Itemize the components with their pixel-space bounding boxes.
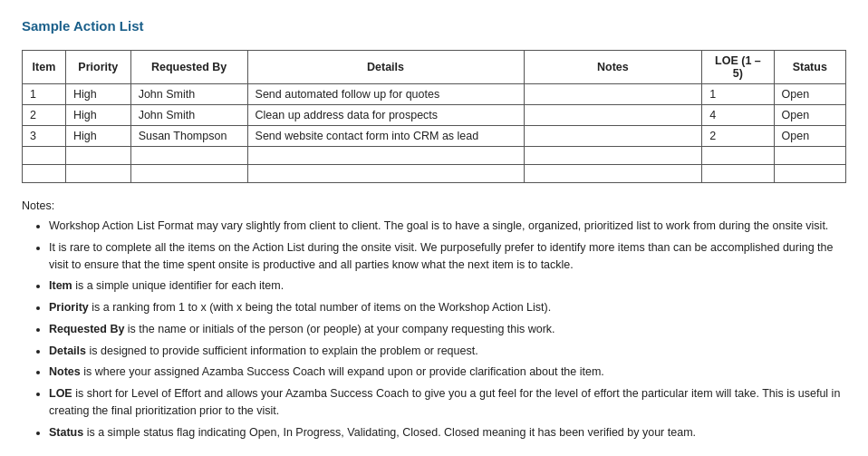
cell-details: Send website contact form into CRM as le… <box>247 126 524 147</box>
note-item: It is rare to complete all the items on … <box>49 239 846 274</box>
notes-section: Notes: Workshop Action List Format may v… <box>22 199 846 441</box>
cell-item <box>23 147 66 165</box>
table-row: 3HighSusan ThompsonSend website contact … <box>23 126 846 147</box>
col-notes: Notes <box>524 51 702 84</box>
cell-item: 3 <box>23 126 66 147</box>
cell-loe <box>702 165 774 183</box>
cell-status: Open <box>774 105 846 126</box>
cell-item <box>23 165 66 183</box>
cell-requested_by <box>130 147 247 165</box>
cell-loe: 1 <box>702 84 774 105</box>
cell-loe: 4 <box>702 105 774 126</box>
table-header-row: Item Priority Requested By Details Notes… <box>23 51 846 84</box>
cell-notes <box>524 147 702 165</box>
table-row: 2HighJohn SmithClean up address data for… <box>23 105 846 126</box>
cell-priority <box>65 147 130 165</box>
cell-priority: High <box>65 126 130 147</box>
cell-priority <box>65 165 130 183</box>
cell-requested_by: John Smith <box>130 105 247 126</box>
col-priority: Priority <box>65 51 130 84</box>
cell-notes <box>524 165 702 183</box>
cell-notes <box>524 126 702 147</box>
note-item: Requested By is the name or initials of … <box>49 321 846 338</box>
cell-status <box>774 147 846 165</box>
notes-list: Workshop Action List Format may vary sli… <box>22 218 846 441</box>
cell-details: Clean up address data for prospects <box>247 105 524 126</box>
table-row <box>23 147 846 165</box>
note-item: Workshop Action List Format may vary sli… <box>49 218 846 235</box>
col-item: Item <box>23 51 66 84</box>
cell-requested_by: John Smith <box>130 84 247 105</box>
cell-status: Open <box>774 126 846 147</box>
cell-requested_by <box>130 165 247 183</box>
note-item: Item is a simple unique identifier for e… <box>49 277 846 295</box>
cell-loe <box>702 147 774 165</box>
action-list-table: Item Priority Requested By Details Notes… <box>22 50 846 183</box>
cell-requested_by: Susan Thompson <box>130 126 247 147</box>
cell-priority: High <box>65 105 130 126</box>
cell-status <box>774 165 846 183</box>
cell-item: 1 <box>23 84 66 105</box>
cell-details <box>247 147 524 165</box>
cell-item: 2 <box>23 105 66 126</box>
col-loe: LOE (1 – 5) <box>702 51 774 84</box>
note-item: Priority is a ranking from 1 to x (with … <box>49 299 846 316</box>
table-row: 1HighJohn SmithSend automated follow up … <box>23 84 846 105</box>
cell-priority: High <box>65 84 130 105</box>
cell-notes <box>524 84 702 105</box>
cell-loe: 2 <box>702 126 774 147</box>
col-status: Status <box>774 51 846 84</box>
table-row <box>23 165 846 183</box>
cell-status: Open <box>774 84 846 105</box>
col-details: Details <box>247 51 524 84</box>
page-title: Sample Action List <box>22 18 846 34</box>
note-item: Details is designed to provide sufficien… <box>49 343 846 360</box>
cell-details <box>247 165 524 183</box>
col-requested-by: Requested By <box>130 51 247 84</box>
note-item: Status is a simple status flag indicatin… <box>49 424 846 441</box>
note-item: Notes is where your assigned Azamba Succ… <box>49 364 846 381</box>
cell-details: Send automated follow up for quotes <box>247 84 524 105</box>
note-item: LOE is short for Level of Effort and all… <box>49 385 846 420</box>
cell-notes <box>524 105 702 126</box>
notes-label: Notes: <box>22 199 846 212</box>
